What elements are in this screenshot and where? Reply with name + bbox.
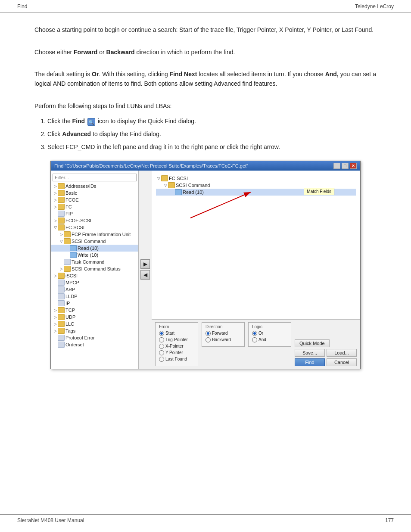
paragraph-1: Choose a starting point to begin or cont… <box>34 25 377 35</box>
item-label: FC-SCSI <box>169 176 188 181</box>
para3-mid2: locates all selected items in turn. If y… <box>197 71 325 78</box>
radio-label: X-Pointer <box>165 344 184 348</box>
tree-arrow: ▽ <box>59 239 64 243</box>
tree-item[interactable]: Orderset <box>51 341 138 348</box>
tree-arrow: ▷ <box>53 322 58 326</box>
tree-item-label: Addresses/IDs <box>65 184 97 189</box>
tree-item[interactable]: ▽SCSI Command <box>51 238 138 245</box>
step2-bold: Advanced <box>62 131 91 137</box>
find-dialog: Find "C:/Users/Pubic/Documents/LeCroy/Ne… <box>50 161 361 369</box>
para2-bold1: Forward <box>74 49 97 56</box>
from-ypointer[interactable]: Y-Pointer <box>159 350 194 355</box>
left-pane[interactable]: ▷Addresses/IDs▷Basic▷FCOE▷FC FIP▷FCOE-SC… <box>51 171 139 369</box>
save-button[interactable]: Save... <box>295 349 325 357</box>
tree-item[interactable]: Write (10) <box>51 252 138 258</box>
tree-item[interactable]: FIP <box>51 210 138 217</box>
tree-item-label: IP <box>65 301 70 306</box>
dialog-titlebar: Find "C:/Users/Pubic/Documents/LeCroy/Ne… <box>51 161 360 171</box>
radio-label: Backward <box>212 337 231 342</box>
folder-icon <box>58 314 65 320</box>
arrow-buttons: ▶ ◀ <box>139 259 152 280</box>
tree-item[interactable]: Read (10) <box>51 245 138 252</box>
tree-item[interactable]: ▷Tags <box>51 327 138 334</box>
folder-icon <box>58 183 65 189</box>
para2-post: direction in which to perform the find. <box>135 49 235 56</box>
radio-label: Or <box>258 331 263 336</box>
arrow-right-button[interactable]: ▶ <box>140 259 150 269</box>
logic-and[interactable]: And <box>252 337 287 342</box>
radio-empty <box>159 337 164 342</box>
tree-item[interactable]: ▷FC <box>51 203 138 210</box>
direction-forward[interactable]: Forward <box>206 331 241 336</box>
step1-bold: Find <box>72 118 85 124</box>
tree-item[interactable]: ▷FCOE <box>51 196 138 203</box>
main-content: Choose a starting point to begin or cont… <box>0 12 411 395</box>
match-fields-tooltip: Match Fields <box>304 188 334 195</box>
from-xpointer[interactable]: X-Pointer <box>159 344 194 349</box>
direction-backward[interactable]: Backward <box>206 337 241 342</box>
find-button[interactable]: Find <box>295 358 325 366</box>
tree-item-label: TCP <box>65 308 75 313</box>
tree-item-label: MPCP <box>65 280 79 285</box>
tree-item[interactable]: ▷Addresses/IDs <box>51 183 138 190</box>
tree-item-label: Protocol Error <box>65 335 95 340</box>
tree-arrow: ▷ <box>53 198 58 202</box>
load-button[interactable]: Load... <box>327 349 357 357</box>
radio-label: Trig-Pointer <box>165 337 188 342</box>
folder-icon <box>58 321 65 327</box>
quick-mode-button[interactable]: Quick Mode <box>295 339 330 347</box>
tree-item[interactable]: ▷UDP <box>51 314 138 320</box>
tree-item[interactable]: ▷LLC <box>51 320 138 327</box>
para2-bold2: Backward <box>106 49 135 56</box>
page-footer: SierraNet M408 User Manual 177 <box>0 514 411 523</box>
arrow-left-button[interactable]: ◀ <box>140 270 150 280</box>
folder-icon <box>64 231 71 237</box>
tree-arrow: ▷ <box>53 218 58 223</box>
tree-item[interactable]: ▷SCSI Command Status <box>51 265 138 272</box>
folder-icon <box>58 224 65 230</box>
para2-pre: Choose either <box>34 49 74 56</box>
tree-item-label: Read (10) <box>78 246 99 251</box>
step1-icon <box>85 118 98 124</box>
tree-item[interactable]: ▷Basic <box>51 190 138 196</box>
from-trig[interactable]: Trig-Pointer <box>159 337 194 342</box>
close-button[interactable]: ✕ <box>350 163 357 169</box>
tree-item[interactable]: MPCP <box>51 279 138 286</box>
header-left: Find <box>17 3 27 9</box>
folder-icon <box>58 328 65 334</box>
maximize-button[interactable]: □ <box>342 163 349 169</box>
tree-container: ▷Addresses/IDs▷Basic▷FCOE▷FC FIP▷FCOE-SC… <box>51 183 138 348</box>
tree-item-label: Write (10) <box>78 252 98 258</box>
tree-item[interactable]: ▷FCOE-SCSI <box>51 217 138 224</box>
step-3: Select FCP_CMD in the left pane and drag… <box>47 143 377 152</box>
tree-item-label: FCOE-SCSI <box>65 218 91 223</box>
radio-empty <box>159 344 164 349</box>
folder-icon <box>58 307 65 313</box>
minimize-button[interactable]: – <box>333 163 340 169</box>
step3-text: Select FCP_CMD in the left pane and drag… <box>47 143 280 150</box>
filter-input[interactable] <box>53 174 137 181</box>
from-lastfound[interactable]: Last Found <box>159 357 194 362</box>
para1-text: Choose a starting point to begin or cont… <box>34 26 374 33</box>
tree-item[interactable]: ARP <box>51 286 138 293</box>
tree-item[interactable]: IP <box>51 300 138 307</box>
tree-item[interactable]: ▷FCP Frame Information Unit <box>51 231 138 238</box>
step1-pre: Click the <box>47 118 72 124</box>
tree-item[interactable]: Protocol Error <box>51 334 138 341</box>
cancel-button[interactable]: Cancel <box>327 358 357 366</box>
radio-empty <box>252 337 257 342</box>
tree-arrow: ▷ <box>53 184 58 188</box>
tree-item[interactable]: LLDP <box>51 293 138 300</box>
from-start[interactable]: Start <box>159 331 194 336</box>
footer-right: 177 <box>385 517 394 523</box>
tree-item[interactable]: Task Command <box>51 258 138 265</box>
tree-arrow: ▷ <box>59 232 64 236</box>
tree-item[interactable]: ▽FC-SCSI <box>51 224 138 231</box>
file-icon <box>58 211 65 217</box>
dialog-button-group: Quick Mode Save... Load... Find Cancel <box>295 339 357 366</box>
tree-item[interactable]: ▷TCP <box>51 307 138 314</box>
logic-or[interactable]: Or <box>252 331 287 336</box>
tree-item[interactable]: ▷iSCSI <box>51 272 138 279</box>
radio-label: Forward <box>212 331 228 336</box>
tree-item-label: UDP <box>65 314 75 320</box>
